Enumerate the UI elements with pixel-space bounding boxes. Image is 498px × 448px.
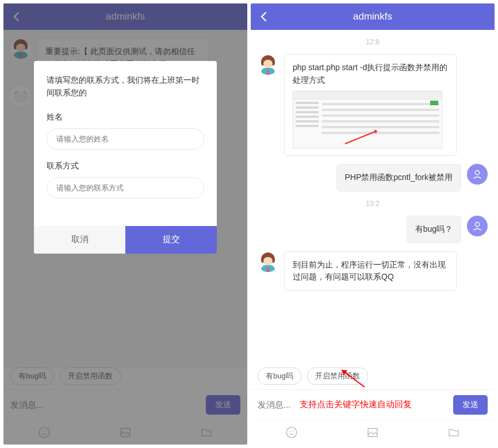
message-bubble: php start.php start -d执行提示函数并禁用的处理方式 (284, 54, 457, 156)
cancel-button[interactable]: 取消 (34, 226, 125, 254)
agent-avatar (258, 251, 278, 272)
name-field[interactable] (47, 128, 204, 150)
back-button[interactable] (260, 12, 274, 22)
name-label: 姓名 (47, 112, 204, 122)
contact-modal: 请填写您的联系方式，我们将在上班第一时间联系您的 姓名 联系方式 取消 提交 (34, 61, 217, 254)
confirm-button[interactable]: 提交 (125, 226, 217, 254)
header-title: adminkfs (274, 11, 485, 22)
message-row: php start.php start -d执行提示函数并禁用的处理方式 (258, 54, 488, 156)
modal-prompt: 请填写您的联系方式，我们将在上班第一时间联系您的 (47, 74, 204, 99)
message-row: PHP禁用函数pcntl_fork被禁用 (258, 164, 488, 192)
message-row: 有bug吗？ (258, 216, 488, 243)
phone-left: adminkfs 重要提示:【 此页面仅供测试，请勿相信任何信息，以免造成不必要… (3, 3, 247, 445)
image-icon[interactable] (366, 426, 380, 439)
chat-area: 12:8 php start.php start -d执行提示函数并禁用的处理方… (251, 30, 495, 367)
chevron-left-icon (260, 12, 267, 22)
message-bubble: 有bug吗？ (407, 216, 461, 243)
timestamp: 12:8 (258, 38, 488, 46)
svg-point-8 (293, 431, 294, 432)
svg-point-6 (286, 427, 297, 438)
svg-rect-9 (368, 428, 377, 436)
bottom-toolbar (251, 419, 495, 445)
image-thumbnail[interactable] (293, 91, 442, 148)
user-avatar (467, 216, 488, 236)
chip-bug[interactable]: 有bug吗 (258, 367, 301, 385)
message-input[interactable] (258, 400, 447, 409)
message-row: 到目前为止，程序运行一切正常，没有出现过问题，有问题可以联系QQ (258, 251, 488, 291)
svg-point-4 (475, 171, 479, 175)
quick-reply-chips: 有bug吗 开启禁用函数 (251, 367, 495, 389)
message-bubble: 到目前为止，程序运行一切正常，没有出现过问题，有问题可以联系QQ (284, 251, 457, 291)
message-text: php start.php start -d执行提示函数并禁用的处理方式 (293, 62, 448, 86)
user-icon (471, 168, 484, 181)
phone-right: adminkfs 12:8 php start.php start -d执行提示… (251, 3, 495, 445)
message-bubble: PHP禁用函数pcntl_fork被禁用 (336, 164, 461, 192)
user-icon (471, 220, 484, 232)
header: adminkfs (251, 3, 495, 30)
smile-icon[interactable] (285, 426, 298, 439)
modal-overlay: 请填写您的联系方式，我们将在上班第一时间联系您的 姓名 联系方式 取消 提交 (3, 3, 247, 445)
svg-point-5 (475, 223, 479, 227)
agent-avatar (258, 54, 278, 75)
svg-point-7 (289, 431, 290, 432)
send-button[interactable]: 发送 (453, 395, 488, 415)
contact-field[interactable] (47, 177, 204, 198)
contact-label: 联系方式 (47, 161, 204, 171)
chip-func[interactable]: 开启禁用函数 (307, 367, 368, 385)
timestamp: 13:2 (258, 200, 488, 208)
user-avatar (467, 164, 488, 185)
folder-icon[interactable] (447, 426, 461, 439)
composer: 发送 (251, 389, 495, 419)
